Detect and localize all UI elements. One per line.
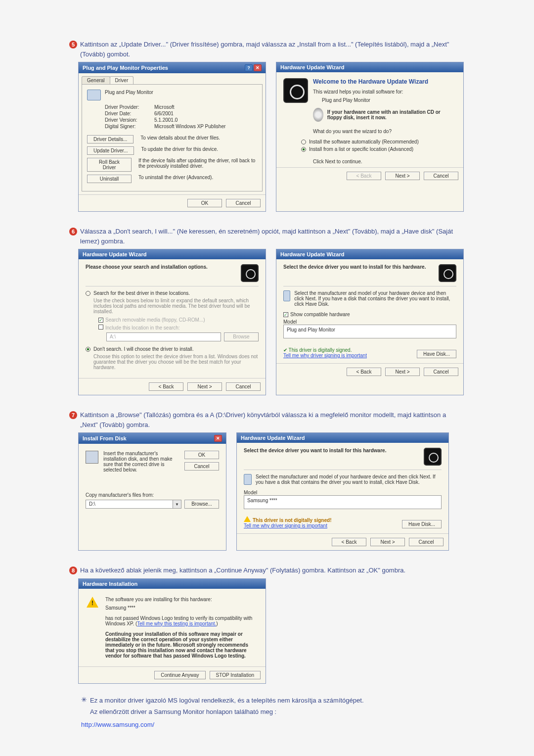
step-number: 7 (69, 411, 77, 419)
unsigned-text: This driver is not digitally signed! (253, 518, 331, 523)
dialog-heading: Select the device driver you want to ins… (283, 264, 426, 270)
chevron-down-icon[interactable]: ▼ (173, 500, 181, 509)
uninstall-button[interactable]: Uninstall (87, 175, 132, 183)
radio-auto[interactable] (301, 140, 306, 144)
dialog-title: Hardware Update Wizard (241, 435, 305, 441)
opt-dont-desc: Choose this option to select the device … (93, 354, 259, 370)
cd-note: If your hardware came with an installati… (327, 109, 456, 120)
cancel-button[interactable]: Cancel (226, 382, 261, 391)
path-value[interactable]: D:\ (86, 500, 173, 509)
opt-list: Install from a list or specific location… (309, 146, 413, 152)
next-button[interactable]: Next > (370, 538, 405, 546)
model-label: Model (244, 490, 442, 495)
update-driver-button[interactable]: Update Driver... (87, 146, 134, 155)
cancel-button[interactable]: Cancel (184, 462, 219, 471)
rollback-desc: If the device fails after updating the d… (138, 158, 257, 169)
browse-button[interactable]: Browse... (184, 500, 219, 509)
model-label: Model (283, 319, 456, 325)
opt-search-desc: Use the check boxes below to limit or ex… (93, 298, 259, 314)
footnote-line2: Az ellenőrzött driver a Samsung Monitor … (90, 707, 364, 717)
install-from-disk-dialog: Install From Disk ✕ Insert the manufactu… (78, 432, 226, 551)
close-icon[interactable]: ✕ (254, 64, 262, 71)
radio-list[interactable] (301, 147, 306, 152)
intro-text: This wizard helps you install software f… (313, 89, 456, 94)
have-disk-button[interactable]: Have Disk... (402, 520, 442, 528)
instruction-text: Insert the manufacturer's installation d… (103, 451, 179, 472)
signed-text: This driver is digitally signed. (289, 347, 352, 353)
instruction-text: Select the manufacturer and model of you… (294, 290, 456, 307)
footnote: ✳ Ez a monitor driver igazoló MS logóval… (81, 696, 465, 719)
help-icon[interactable]: ? (245, 64, 253, 71)
next-button[interactable]: Next > (187, 382, 222, 391)
signer-label: Digital Signer: (105, 124, 154, 129)
ok-button[interactable]: OK (184, 451, 219, 459)
back-button[interactable]: < Back (149, 382, 183, 391)
instruction-text: Select the manufacturer and model of you… (256, 474, 442, 485)
monitor-icon (283, 290, 290, 301)
why-link[interactable]: Tell me why driver signing is important (244, 523, 331, 528)
path-dropdown[interactable]: D:\ ▼ (86, 500, 181, 509)
why-link[interactable]: Tell me why driver signing is important (283, 353, 367, 358)
signed-icon: ✔ (283, 347, 287, 353)
tab-driver[interactable]: Driver (110, 76, 134, 84)
have-disk-button[interactable]: Have Disk... (417, 350, 456, 358)
check-location-label: Include this location in the search: (105, 325, 180, 331)
opt-dont-search: Don't search. I will choose the driver t… (93, 346, 194, 352)
step-text: Ha a következő ablak jelenik meg, kattin… (80, 566, 405, 575)
ok-button[interactable]: OK (187, 199, 222, 207)
rollback-button[interactable]: Roll Back Driver (87, 158, 132, 172)
hardware-installation-dialog: Hardware Installation The software you a… (78, 578, 266, 684)
back-button[interactable]: < Back (347, 368, 381, 376)
testing-link[interactable]: Tell me why this testing is important. (137, 621, 216, 626)
step-6: 6 Válassza a „Don't search, I will..." (… (69, 227, 465, 395)
model-item[interactable]: Samsung **** (247, 498, 277, 503)
check-removable-label: Search removable media (floppy, CD-ROM..… (105, 317, 205, 323)
step-text: Kattintson a „Browse" (Tallózás) gombra … (80, 410, 465, 429)
step-number: 8 (69, 567, 77, 574)
radio-search[interactable] (86, 291, 90, 296)
device-name: Plug and Play Monitor (105, 90, 153, 95)
monitor-properties-dialog: Plug and Play Monitor Properties ? ✕ Gen… (78, 62, 266, 212)
line2: Samsung **** (105, 605, 258, 611)
warning-icon (244, 516, 251, 522)
cancel-button[interactable]: Cancel (424, 368, 458, 376)
select-driver-dialog-2: Hardware Update Wizard Select the device… (236, 432, 449, 551)
welcome-heading: Welcome to the Hardware Update Wizard (313, 78, 456, 85)
step-7: 7 Kattintson a „Browse" (Tallózás) gombr… (69, 410, 465, 551)
provider-label: Driver Provider: (105, 104, 154, 110)
stop-button[interactable]: STOP Installation (210, 671, 261, 679)
star-icon: ✳ (81, 696, 87, 704)
dialog-heading: Select the device driver you want to ins… (244, 448, 386, 453)
close-icon[interactable]: ✕ (214, 435, 222, 442)
step-number: 6 (69, 228, 77, 236)
cancel-button[interactable]: Cancel (226, 199, 261, 207)
version-value: 5.1.2001.0 (154, 117, 178, 123)
radio-dont-search[interactable] (86, 347, 90, 352)
path-input: A:\ (106, 332, 221, 341)
next-button[interactable]: Next > (385, 172, 420, 180)
back-button[interactable]: < Back (332, 538, 366, 546)
dialog-title: Plug and Play Monitor Properties (83, 65, 168, 71)
samsung-url[interactable]: http://www.samsung.com/ (81, 721, 154, 728)
model-listbox[interactable]: Samsung **** (244, 495, 442, 509)
wizard-icon (439, 264, 456, 282)
model-item[interactable]: Plug and Play Monitor (287, 327, 335, 332)
date-label: Driver Date: (105, 111, 154, 116)
continue-anyway-button[interactable]: Continue Anyway (154, 671, 205, 679)
driver-details-button[interactable]: Driver Details... (87, 135, 134, 143)
next-button[interactable]: Next > (385, 368, 420, 376)
search-options-dialog: Hardware Update Wizard Please choose you… (78, 249, 266, 395)
dialog-title: Hardware Update Wizard (280, 251, 345, 257)
compat-label: Show compatible hardware (290, 312, 350, 317)
line3: has not passed Windows Logo testing to v… (105, 615, 258, 626)
opt-auto: Install the software automatically (Reco… (309, 139, 419, 144)
continue-text: Click Next to continue. (313, 159, 463, 164)
cancel-button[interactable]: Cancel (424, 172, 458, 180)
model-listbox[interactable]: Plug and Play Monitor (283, 325, 456, 338)
cancel-button[interactable]: Cancel (409, 538, 444, 546)
warning-icon (87, 597, 98, 608)
check-compatible[interactable]: ✓ (283, 312, 288, 317)
monitor-icon (244, 474, 252, 485)
version-label: Driver Version: (105, 117, 154, 123)
tab-general[interactable]: General (82, 76, 110, 84)
